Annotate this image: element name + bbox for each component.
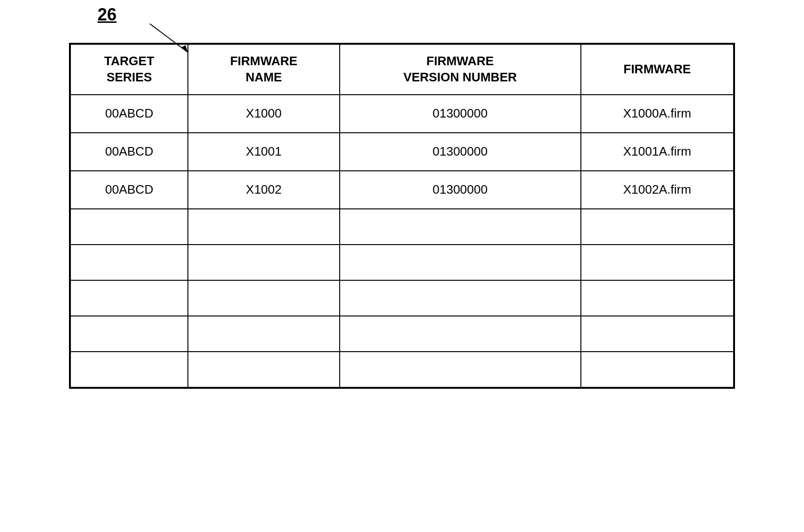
cell-firmware-name: X1001 (188, 133, 339, 171)
cell-firmware-name (188, 316, 339, 352)
table-row (70, 352, 734, 387)
cell-firmware-version: 01300000 (340, 171, 581, 209)
table-row: 00ABCDX100101300000X1001A.firm (70, 133, 734, 171)
cell-firmware-name (188, 280, 339, 316)
cell-firmware-version: 01300000 (340, 95, 581, 133)
cell-firmware-file: X1000A.firm (581, 95, 734, 133)
cell-firmware-file (581, 245, 734, 280)
cell-firmware-file: X1002A.firm (581, 171, 734, 209)
reference-label: 26 (98, 5, 117, 25)
cell-target-series: 00ABCD (70, 95, 188, 133)
cell-target-series: 00ABCD (70, 133, 188, 171)
cell-firmware-version (340, 209, 581, 245)
table-row (70, 280, 734, 316)
header-firmware-version: FIRMWAREVERSION NUMBER (340, 44, 581, 95)
cell-firmware-name: X1000 (188, 95, 339, 133)
table-row (70, 209, 734, 245)
cell-firmware-file: X1001A.firm (581, 133, 734, 171)
header-firmware-file: FIRMWARE (581, 44, 734, 95)
header-firmware-name: FIRMWARENAME (188, 44, 339, 95)
firmware-table: TARGETSERIES FIRMWARENAME FIRMWAREVERSIO… (69, 43, 735, 389)
cell-firmware-file (581, 209, 734, 245)
cell-firmware-version (340, 245, 581, 280)
arrow-container (145, 19, 202, 57)
table-row (70, 316, 734, 352)
cell-target-series (70, 352, 188, 387)
table-row (70, 245, 734, 280)
page-container: 26 TARGETSERIES FIRMWARENAME FIRMWAREVER… (69, 29, 735, 389)
cell-target-series (70, 280, 188, 316)
svg-marker-1 (181, 45, 188, 52)
cell-firmware-file (581, 316, 734, 352)
cell-firmware-version (340, 316, 581, 352)
cell-firmware-version (340, 352, 581, 387)
cell-target-series (70, 316, 188, 352)
cell-firmware-name (188, 245, 339, 280)
cell-target-series: 00ABCD (70, 171, 188, 209)
cell-firmware-version: 01300000 (340, 133, 581, 171)
cell-target-series (70, 245, 188, 280)
cell-firmware-name: X1002 (188, 171, 339, 209)
cell-firmware-file (581, 280, 734, 316)
table-row: 00ABCDX100001300000X1000A.firm (70, 95, 734, 133)
cell-target-series (70, 209, 188, 245)
cell-firmware-version (340, 280, 581, 316)
cell-firmware-name (188, 209, 339, 245)
cell-firmware-file (581, 352, 734, 387)
table-row: 00ABCDX100201300000X1002A.firm (70, 171, 734, 209)
cell-firmware-name (188, 352, 339, 387)
